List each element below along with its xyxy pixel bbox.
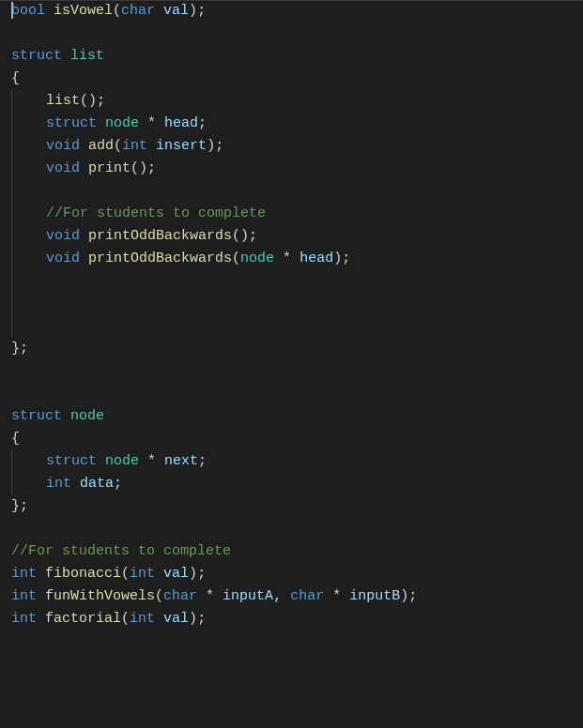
keyword-int: int: [46, 476, 71, 492]
code-line-blank[interactable]: [11, 383, 583, 405]
code-line[interactable]: void printOddBackwards(node * head);: [11, 248, 583, 270]
code-line[interactable]: list();: [11, 90, 583, 113]
paren-close: ): [207, 138, 215, 154]
member-next: next: [164, 453, 198, 469]
code-line[interactable]: bool isVowel(char val);: [11, 0, 583, 23]
paren-open: (: [121, 611, 130, 627]
semicolon: ;: [197, 566, 206, 582]
semicolon: ;: [342, 250, 350, 266]
comma: ,: [273, 588, 290, 604]
indent-guide: [11, 293, 12, 315]
keyword-void: void: [46, 250, 80, 266]
code-line[interactable]: //For students to complete: [11, 540, 583, 563]
code-line[interactable]: int factorial(int val);: [11, 608, 583, 630]
param-val: val: [163, 3, 189, 19]
param-val: val: [163, 566, 189, 582]
code-line-blank[interactable]: [11, 23, 583, 45]
code-line-blank[interactable]: [11, 293, 583, 315]
comment-students: //For students to complete: [11, 543, 231, 559]
semicolon: ;: [197, 611, 206, 627]
indent: [12, 138, 46, 154]
type-list: list: [70, 48, 104, 64]
keyword-void: void: [46, 160, 80, 176]
code-line[interactable]: };: [11, 495, 583, 518]
function-fibonacci: fibonacci: [45, 566, 121, 582]
indent: [12, 228, 46, 244]
code-line[interactable]: {: [11, 428, 583, 450]
paren-close: ): [189, 3, 197, 19]
code-line[interactable]: void print();: [11, 158, 583, 180]
keyword-int: int: [130, 611, 155, 627]
type-node: node: [70, 408, 104, 424]
indent-guide: [11, 270, 12, 293]
code-line[interactable]: //For students to complete: [11, 203, 583, 225]
function-isVowel: isVowel: [54, 3, 113, 19]
semicolon: ;: [197, 3, 206, 19]
type-node: node: [105, 115, 139, 131]
keyword-bool: bool: [11, 3, 45, 19]
semicolon: ;: [198, 115, 207, 131]
semicolon: ;: [198, 453, 207, 469]
paren-open: (: [232, 250, 240, 266]
keyword-void: void: [46, 228, 80, 244]
paren-open: (: [80, 93, 88, 109]
brace-open: {: [11, 70, 20, 86]
semicolon: ;: [249, 228, 257, 244]
keyword-int: int: [11, 566, 37, 582]
code-line[interactable]: struct list: [11, 45, 583, 68]
comment-students: //For students to complete: [46, 205, 266, 221]
star-op: *: [139, 115, 164, 131]
paren-open: (: [155, 588, 163, 604]
indent: [12, 476, 46, 492]
code-line-blank[interactable]: [11, 270, 583, 293]
keyword-struct: struct: [11, 408, 62, 424]
indent-guide: [11, 315, 12, 338]
brace-open: {: [11, 431, 20, 447]
code-line[interactable]: int data;: [11, 473, 583, 495]
indent: [12, 453, 46, 469]
paren-open: (: [130, 160, 139, 176]
param-insert: insert: [156, 138, 207, 154]
indent: [12, 93, 46, 109]
brace-close-semi: };: [11, 341, 28, 356]
method-add: add: [88, 138, 114, 154]
code-editor[interactable]: bool isVowel(char val); struct list { li…: [0, 0, 583, 630]
code-line[interactable]: };: [11, 338, 583, 360]
keyword-int: int: [11, 611, 37, 627]
code-line[interactable]: void add(int insert);: [11, 135, 583, 158]
indent: [12, 160, 46, 176]
keyword-char: char: [121, 3, 155, 19]
code-line-blank[interactable]: [11, 518, 583, 540]
paren-close: ): [189, 566, 197, 582]
keyword-char: char: [163, 588, 197, 604]
indent: [12, 115, 46, 131]
code-line[interactable]: int funWithVowels(char * inputA, char * …: [11, 585, 583, 608]
keyword-int: int: [11, 588, 37, 604]
type-node: node: [105, 453, 139, 469]
paren-close: ): [240, 228, 249, 244]
semicolon: ;: [215, 138, 223, 154]
keyword-int: int: [130, 566, 155, 582]
ctor-list: list: [46, 93, 80, 109]
keyword-char: char: [290, 588, 324, 604]
paren-close: ): [333, 250, 342, 266]
code-line[interactable]: struct node: [11, 405, 583, 428]
keyword-int: int: [122, 138, 147, 154]
code-line[interactable]: {: [11, 68, 583, 90]
code-line-blank[interactable]: [11, 360, 583, 383]
star-op: *: [139, 453, 164, 469]
code-line[interactable]: int fibonacci(int val);: [11, 563, 583, 585]
brace-close-semi: };: [11, 498, 28, 514]
code-line[interactable]: void printOddBackwards();: [11, 225, 583, 248]
param-inputB: inputB: [349, 588, 400, 604]
semicolon: ;: [408, 588, 417, 604]
indent-guide: [11, 180, 12, 203]
code-line[interactable]: struct node * head;: [11, 113, 583, 135]
param-head: head: [299, 250, 333, 266]
indent: [12, 205, 46, 221]
method-print: print: [88, 160, 130, 176]
code-line-blank[interactable]: [11, 180, 583, 203]
indent: [12, 250, 46, 266]
code-line-blank[interactable]: [11, 315, 583, 338]
code-line[interactable]: struct node * next;: [11, 450, 583, 473]
